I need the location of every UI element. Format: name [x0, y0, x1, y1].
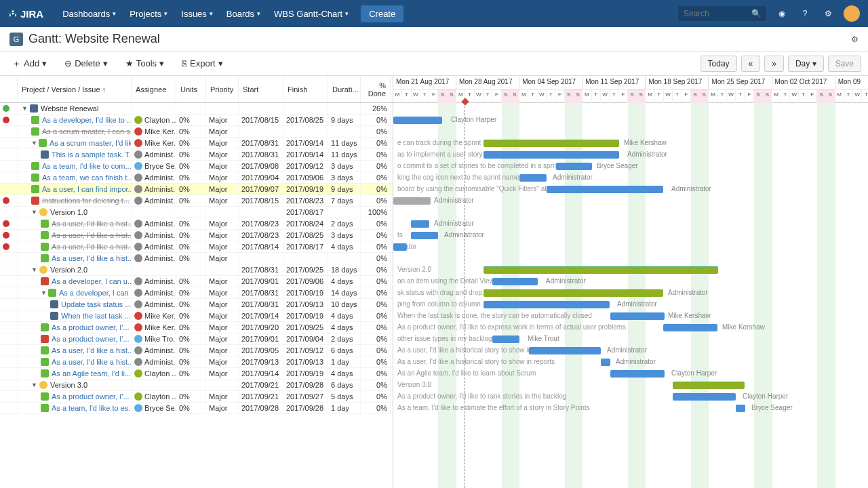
gantt-bar[interactable]	[484, 151, 619, 159]
gantt-bar[interactable]	[529, 347, 601, 354]
task-row[interactable]: ▼Version 3.02017/09/212017/09/286 days0%	[0, 380, 393, 391]
task-row[interactable]: ▼Website Renewal26%	[0, 103, 393, 115]
task-row[interactable]: Update task status ...Administ...0%Major…	[0, 299, 393, 310]
assignee-avatar	[134, 139, 142, 147]
col-duration[interactable]: Durati...	[328, 76, 361, 102]
task-row[interactable]: As a user, I'd like a hist...Administ...…	[0, 230, 393, 241]
task-row[interactable]: As a team, I'd like to com...Bryce Se...…	[0, 161, 393, 172]
next-button[interactable]: »	[764, 56, 784, 72]
gantt-bar[interactable]	[393, 197, 431, 205]
gantt-bar[interactable]	[484, 301, 610, 308]
create-button[interactable]: Create	[361, 5, 403, 22]
gantt-bar[interactable]	[492, 278, 538, 285]
week-header: Mon 11 Sep 2017	[583, 76, 646, 89]
gantt-bar[interactable]	[519, 174, 547, 182]
task-row[interactable]: As a scrum master, I can s...Mike Ker...…	[0, 126, 393, 138]
gantt-bar[interactable]	[484, 140, 619, 147]
col-start[interactable]: Start	[239, 76, 283, 102]
gantt-bar[interactable]	[736, 405, 745, 412]
col-name[interactable]: Project / Version / Issue ↑	[18, 76, 132, 102]
tools-button[interactable]: ★Tools▾	[120, 56, 170, 71]
gantt-bar[interactable]	[610, 312, 665, 320]
nav-issues[interactable]: Issues▾	[174, 0, 220, 27]
gantt-bar[interactable]	[484, 266, 718, 274]
task-icon	[50, 312, 58, 320]
task-row[interactable]: As a user, I'd like a hist...Administ...…	[0, 218, 393, 230]
gantt-bar[interactable]	[492, 336, 519, 343]
jira-logo[interactable]: JIRA	[8, 8, 43, 20]
task-row[interactable]: When the last task ...Mike Ker...0%Major…	[0, 310, 393, 322]
task-row[interactable]: Instructions for deleting t...Administ..…	[0, 195, 393, 207]
expand-icon[interactable]: ▼	[31, 140, 37, 146]
page-settings-icon[interactable]: ⚙	[851, 35, 859, 44]
gantt-bar[interactable]	[601, 359, 610, 366]
gantt-bar[interactable]	[547, 186, 663, 193]
task-row[interactable]: As a product owner, I'...Mike Ker...0%Ma…	[0, 322, 393, 333]
task-row[interactable]: As a team, we can finish t...Administ...…	[0, 172, 393, 184]
gantt-bar[interactable]	[411, 232, 438, 239]
task-row[interactable]: As a user, I'd like a hist...Administ...…	[0, 345, 393, 357]
col-units[interactable]: Units	[176, 76, 206, 102]
task-row[interactable]: As an Agile team, I'd li...Clayton ...0%…	[0, 368, 393, 380]
today-button[interactable]: Today	[701, 56, 737, 72]
help-icon[interactable]: ?	[797, 6, 812, 21]
task-row[interactable]: As a product owner, I'...Clayton ...0%Ma…	[0, 391, 393, 403]
nav-boards[interactable]: Boards▾	[220, 0, 267, 27]
story-icon	[48, 289, 56, 297]
prev-button[interactable]: «	[741, 56, 761, 72]
col-done[interactable]: % Done	[361, 76, 391, 102]
task-row[interactable]: As a user, I'd like a hist...Administ...…	[0, 253, 393, 264]
task-row[interactable]: As a developer, I can u...Administ...0%M…	[0, 276, 393, 287]
col-finish[interactable]: Finish	[283, 76, 328, 102]
save-button[interactable]: Save	[828, 56, 861, 72]
task-row[interactable]: ▼As a developer, I can u...Administ...0%…	[0, 287, 393, 299]
task-row[interactable]: As a developer, I'd like to ...Clayton .…	[0, 115, 393, 126]
task-row[interactable]: As a user, I'd like a hist...Administ...…	[0, 241, 393, 253]
expand-icon[interactable]: ▼	[22, 105, 28, 112]
task-row[interactable]: ▼As a scrum master, I'd like ...Mike Ker…	[0, 138, 393, 149]
gantt-body[interactable]: Clayton Harpere can track during the spr…	[393, 103, 868, 488]
task-row[interactable]: ▼Version 1.02017/08/17100%	[0, 207, 393, 218]
task-row[interactable]: As a product owner, I'...Mike Tro...0%Ma…	[0, 333, 393, 345]
gantt-bar[interactable]	[556, 163, 592, 170]
gantt-bar[interactable]	[673, 382, 745, 389]
gantt-bar[interactable]	[610, 370, 665, 378]
assignee-avatar	[134, 358, 142, 366]
task-row[interactable]: ▼Version 2.02017/08/312017/09/2518 days0…	[0, 264, 393, 276]
search-input[interactable]	[684, 9, 751, 18]
col-priority[interactable]: Priority	[206, 76, 239, 102]
nav-dashboards[interactable]: Dashboards▾	[56, 0, 123, 27]
expand-icon[interactable]: ▼	[31, 382, 38, 388]
assignee-avatar	[134, 254, 142, 262]
gantt-bar[interactable]	[393, 117, 442, 124]
nav-projects[interactable]: Projects▾	[123, 0, 174, 27]
ver-icon	[39, 266, 47, 274]
expand-icon[interactable]: ▼	[31, 266, 38, 273]
story-icon	[31, 127, 39, 136]
assignee-avatar	[134, 174, 142, 182]
add-button[interactable]: ＋Add▾	[7, 55, 52, 73]
export-button[interactable]: ⎘Export▾	[176, 56, 229, 71]
gantt-bar[interactable]	[393, 243, 407, 251]
nav-wbs gantt-chart[interactable]: WBS Gantt-Chart▾	[267, 0, 355, 27]
zoom-select[interactable]: Day ▾	[788, 56, 824, 72]
gantt-bar[interactable]	[484, 289, 663, 297]
week-header: Mon 02 Oct 2017	[772, 76, 835, 89]
user-avatar[interactable]	[844, 5, 860, 22]
expand-icon[interactable]: ▼	[31, 209, 38, 216]
gantt-bar[interactable]	[411, 220, 429, 228]
gantt-bar[interactable]	[673, 393, 736, 401]
delete-button[interactable]: ⊖Delete▾	[59, 56, 113, 71]
settings-icon[interactable]: ⚙	[821, 6, 835, 21]
task-row[interactable]: As a user, I'd like a hist...Administ...…	[0, 357, 393, 368]
task-row[interactable]: As a user, I can find impor...Administ..…	[0, 184, 393, 195]
expand-icon[interactable]: ▼	[41, 289, 47, 296]
col-assignee[interactable]: Assignee	[132, 76, 176, 102]
task-row[interactable]: As a team, I'd like to es...Bryce Se...0…	[0, 403, 393, 414]
gantt-chart[interactable]: Mon 21 Aug 2017Mon 28 Aug 2017Mon 04 Sep…	[393, 76, 868, 488]
search-box[interactable]: 🔍	[678, 6, 766, 21]
notifications-icon[interactable]: ◉	[774, 6, 789, 21]
task-row[interactable]: This is a sample task. T...Administ...0%…	[0, 149, 393, 161]
gantt-bar[interactable]	[663, 324, 717, 331]
week-header: Mon 04 Sep 2017	[519, 76, 583, 89]
